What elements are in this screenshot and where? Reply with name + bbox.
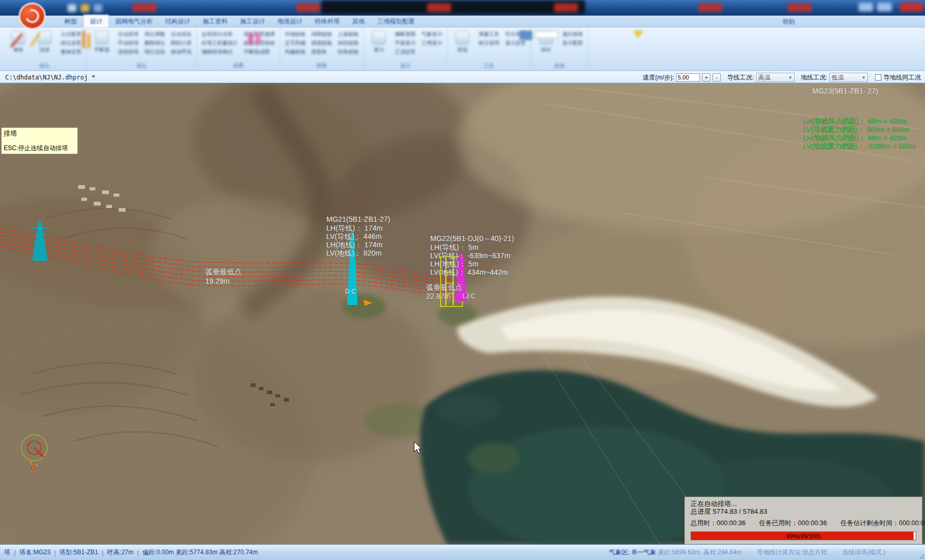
ribbon-button[interactable]: 对地校验 bbox=[283, 30, 307, 38]
map-canvas[interactable]: MG21(5B1-ZB1-27) LH(导线)： 174m LV(导线)： 44… bbox=[0, 83, 925, 544]
sag-point-label: 弧垂最低点 bbox=[205, 268, 242, 276]
ribbon-button[interactable]: 筛选 bbox=[451, 29, 474, 61]
ribbon-button[interactable]: 塔位信息 bbox=[143, 48, 167, 56]
ribbon-button[interactable]: 删除塔位 bbox=[143, 39, 167, 47]
same-condition-checkbox[interactable] bbox=[875, 74, 881, 81]
mg22-line: LH(地线)： 5m bbox=[430, 260, 479, 268]
tab-0[interactable]: 树图 bbox=[58, 15, 83, 28]
ribbon-button[interactable]: 连排 bbox=[33, 29, 57, 61]
mg22-title: MG22(5B1-DJ(0～40)-21) bbox=[430, 234, 514, 243]
ribbon-group: 对地校验交叉跨越风偏校验间隙校验摇摆校验悬垂角上拔校验倒挂校验转角校验校验 bbox=[280, 29, 364, 71]
tab-1[interactable]: 设计 bbox=[83, 15, 109, 28]
ribbon-button-column: 测量工具标注管理 bbox=[477, 29, 501, 47]
ribbon-button[interactable]: 排位设置 bbox=[59, 39, 83, 47]
ribbon-button[interactable]: 横断面图 bbox=[393, 30, 417, 38]
chevron-down-icon: ▼ bbox=[862, 75, 866, 80]
ribbon-button[interactable]: 风偏校验 bbox=[283, 48, 307, 56]
speed-increase-button[interactable]: + bbox=[702, 73, 710, 82]
quick-access-icon[interactable] bbox=[94, 4, 102, 12]
mg23-check-line: LH(地线风力档距)： 48m < 420m bbox=[803, 134, 907, 142]
mg23-title: MG23(5B1-ZB1- 27) bbox=[812, 87, 878, 95]
ribbon-button[interactable]: 刚性计算 bbox=[169, 39, 193, 47]
ribbon-button[interactable]: 排杆 bbox=[534, 29, 558, 61]
ribbon-button[interactable]: 递归报表 bbox=[561, 30, 585, 38]
ribbon-group-buttons: 筛选测量工具标注管理导出报表显示设置 bbox=[451, 29, 527, 61]
status-tower: 塔 bbox=[4, 548, 10, 557]
ribbon-button[interactable]: 间隙校验 bbox=[310, 30, 334, 38]
ribbon-button-column: 对地校验交叉跨越风偏校验 bbox=[283, 29, 307, 56]
ribbon-button-icon bbox=[456, 31, 469, 45]
tab-2[interactable]: 国网电气分析 bbox=[109, 15, 159, 28]
ribbon-button[interactable]: 测量工具 bbox=[477, 30, 501, 38]
ground-condition-select[interactable]: 低温▼ bbox=[829, 73, 868, 82]
progress-percent-text: 99%(99/100) bbox=[691, 532, 916, 540]
ribbon-button[interactable]: 上拔校验 bbox=[336, 30, 360, 38]
ribbon-button[interactable]: 自动优化 bbox=[169, 30, 193, 38]
tab-5[interactable]: 施工设计 bbox=[234, 15, 271, 28]
ribbon-button[interactable]: 三维显示 bbox=[420, 39, 444, 47]
status-calc-method: 导地线计算方法:状态方程 bbox=[749, 548, 834, 557]
ribbon-button[interactable]: 导出报表 bbox=[504, 30, 527, 38]
speed-input[interactable] bbox=[676, 73, 700, 82]
same-condition-label: 导地线同工况 bbox=[883, 73, 921, 82]
ribbon-button[interactable]: 工况设置 bbox=[393, 48, 417, 56]
mg22-line: LH(导线)： 5m bbox=[430, 243, 479, 251]
total-time-label: 总用时： bbox=[691, 519, 717, 527]
ribbon-button[interactable]: 整体设置 bbox=[59, 48, 83, 56]
progress-bar: 99%(99/100) bbox=[691, 531, 916, 540]
ribbon-button[interactable]: 悬垂角 bbox=[310, 48, 334, 56]
ribbon-button[interactable]: 自动排塔 bbox=[116, 30, 140, 38]
ribbon-button[interactable]: 塔位调整 bbox=[143, 30, 167, 38]
ribbon-button[interactable]: 手动排塔 bbox=[116, 39, 140, 47]
close-button[interactable] bbox=[900, 3, 923, 11]
tab-3[interactable]: 结构设计 bbox=[159, 15, 196, 28]
ribbon-button[interactable]: 全塔排位传算 bbox=[200, 30, 240, 38]
ribbon-button[interactable]: 连续排塔 bbox=[116, 48, 140, 56]
tab-9[interactable]: 三维模型配置 bbox=[371, 15, 421, 28]
ribbon-button-icon bbox=[95, 31, 109, 45]
ribbon-button[interactable]: 显示配置 bbox=[561, 39, 585, 47]
ribbon-group-label: 工具 bbox=[451, 61, 527, 71]
ribbon-button[interactable]: 平断面成图 bbox=[242, 48, 276, 56]
app-logo[interactable] bbox=[19, 3, 46, 30]
project-path[interactable]: C:\dhdata\NJ\NJ.dhproj * bbox=[5, 74, 95, 81]
ribbon-button[interactable]: 杆塔工程量统计 bbox=[200, 39, 240, 47]
ribbon-button[interactable]: 显示 bbox=[367, 29, 391, 61]
ribbon-button[interactable]: 转角校验 bbox=[336, 48, 360, 56]
tab-4[interactable]: 施工资料 bbox=[196, 15, 234, 28]
ribbon-button[interactable]: 摇摆校验 bbox=[310, 39, 334, 47]
ribbon-button[interactable]: 平断面 bbox=[90, 29, 114, 61]
ribbon-button[interactable]: 单排 bbox=[6, 29, 30, 61]
ribbon-group-label: 校验 bbox=[283, 61, 360, 71]
minimize-button[interactable] bbox=[858, 3, 873, 11]
ribbon-button[interactable]: 公式配置 bbox=[59, 30, 83, 38]
ribbon-button[interactable]: 编辑排塔模式 bbox=[200, 48, 240, 56]
resize-grip[interactable] bbox=[917, 551, 924, 558]
ribbon-button[interactable]: 修改呼高 bbox=[169, 48, 193, 56]
speed-decrease-button[interactable]: - bbox=[712, 73, 721, 82]
ribbon-button[interactable]: 气象显示 bbox=[420, 30, 444, 38]
map-viewport[interactable]: MG21(5B1-ZB1-27) LH(导线)： 174m LV(导线)： 44… bbox=[0, 83, 925, 544]
mg23-check-line: LV(地线重力档距)： -1095m < 550m bbox=[803, 142, 916, 150]
ribbon-button[interactable]: 显示设置 bbox=[504, 39, 527, 47]
tower-type-label: D C bbox=[345, 288, 356, 295]
ribbon-button-column: 气象显示三维显示 bbox=[420, 29, 444, 47]
tab-8[interactable]: 其他 bbox=[346, 15, 371, 28]
ribbon-button[interactable]: 交叉跨越 bbox=[283, 39, 307, 47]
ribbon-button-column: 横断面图平面显示工况设置 bbox=[393, 29, 417, 56]
ribbon-button-icon bbox=[38, 31, 51, 45]
ribbon-group-buttons: 平断面自动排塔手动排塔连续排塔塔位调整删除塔位塔位信息自动优化刚性计算修改呼高 bbox=[90, 29, 193, 61]
ribbon-button[interactable]: 平面显示 bbox=[393, 39, 417, 47]
ribbon-button[interactable]: 塔位配置微调 bbox=[242, 30, 276, 38]
maximize-button[interactable] bbox=[877, 3, 892, 11]
quick-access-icon[interactable] bbox=[68, 4, 76, 12]
tab-6[interactable]: 电缆设计 bbox=[271, 15, 309, 28]
conductor-condition-select[interactable]: 高温▼ bbox=[756, 73, 795, 82]
ribbon-button[interactable]: 校验通用报表 bbox=[242, 39, 276, 47]
help-tab[interactable]: 帮助 bbox=[783, 18, 795, 26]
tab-7[interactable]: 特殊杆塔 bbox=[309, 15, 346, 28]
ribbon-group-buttons: 排杆递归报表显示配置 bbox=[534, 29, 585, 61]
quick-access-icon[interactable] bbox=[81, 4, 89, 12]
ribbon-button[interactable]: 倒挂校验 bbox=[336, 39, 360, 47]
ribbon-button[interactable]: 标注管理 bbox=[477, 39, 501, 47]
